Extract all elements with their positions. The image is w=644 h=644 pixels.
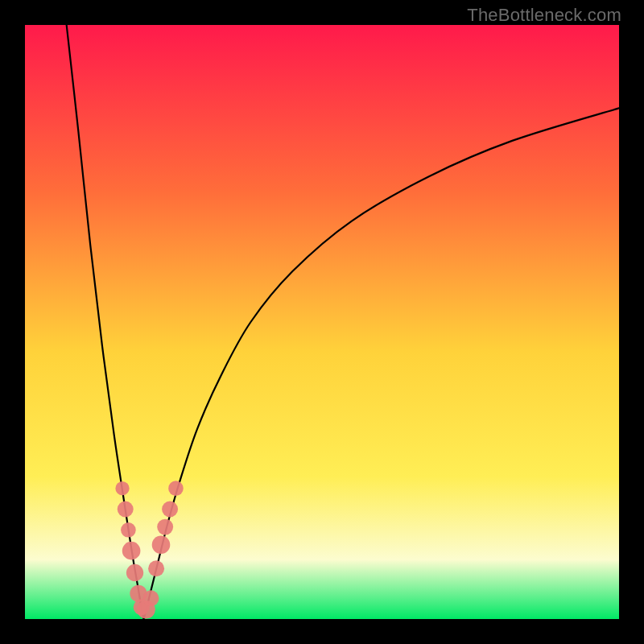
plot-area: [25, 25, 619, 619]
chart-svg: [25, 25, 619, 619]
marker-point: [115, 481, 129, 495]
marker-point: [126, 564, 143, 581]
marker-point: [157, 519, 173, 535]
marker-point: [121, 522, 136, 538]
marker-point: [143, 590, 159, 606]
marker-point: [118, 502, 134, 518]
marker-point: [162, 502, 178, 518]
gradient-background: [25, 25, 619, 619]
marker-point: [152, 535, 171, 554]
chart-frame: TheBottleneck.com: [0, 0, 644, 644]
marker-point: [148, 560, 164, 576]
marker-point: [168, 481, 184, 496]
watermark-text: TheBottleneck.com: [467, 5, 621, 26]
marker-point: [122, 542, 141, 560]
